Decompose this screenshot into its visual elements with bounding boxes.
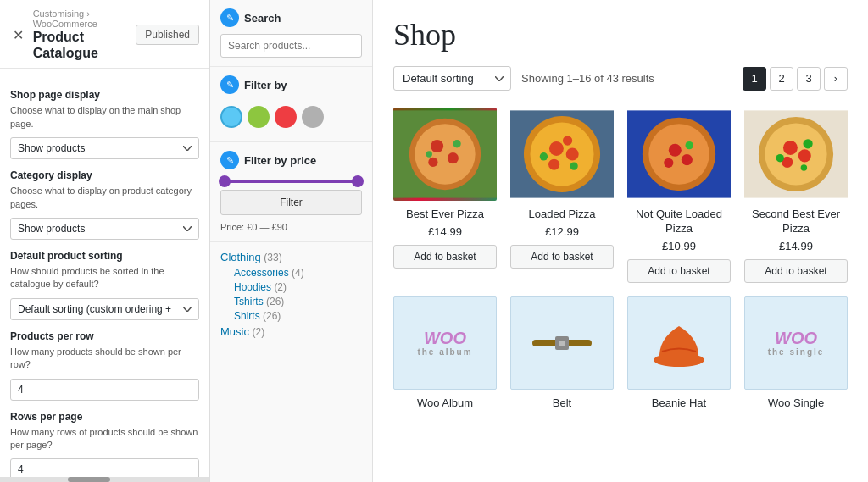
page-next-button[interactable]: › (824, 67, 848, 91)
product-name-belt: Belt (510, 396, 614, 411)
product-name-woo-album: Woo Album (393, 396, 497, 411)
swatch-cyan[interactable] (220, 106, 242, 128)
svg-point-16 (570, 162, 577, 169)
price-slider-track (220, 180, 362, 183)
product-price-loaded-pizza: £12.99 (510, 225, 614, 238)
products-per-row-title: Products per row (10, 330, 199, 342)
product-name-loaded-pizza: Loaded Pizza (510, 208, 614, 222)
products-per-row-input[interactable] (10, 379, 199, 401)
svg-point-23 (686, 141, 693, 149)
svg-point-11 (549, 141, 564, 156)
product-card-best-pizza: Best Ever Pizza £14.99 Add to basket (393, 108, 497, 283)
filter-by-icon: ✎ (220, 75, 239, 94)
subcategory-accessories[interactable]: Accessories (4) (220, 267, 362, 279)
rows-per-page-title: Rows per page (10, 411, 199, 423)
close-button[interactable]: ✕ (10, 25, 26, 45)
svg-point-31 (776, 154, 784, 162)
page-1-button[interactable]: 1 (743, 67, 766, 91)
category-clothing-count: (33) (264, 252, 281, 263)
product-card-loaded-pizza: Loaded Pizza £12.99 Add to basket (510, 108, 614, 283)
category-clothing-name: Clothing (220, 251, 261, 263)
search-products-input[interactable] (220, 34, 362, 58)
price-range-text: Price: £0 — £90 (220, 222, 287, 232)
search-widget-icon: ✎ (220, 8, 239, 27)
svg-point-2 (415, 124, 475, 184)
svg-point-3 (431, 140, 443, 152)
swatch-red[interactable] (275, 106, 297, 128)
svg-point-20 (669, 144, 682, 157)
svg-point-27 (783, 141, 798, 155)
category-display-select[interactable]: Show products Show subcategories Show su… (10, 218, 199, 240)
search-widget: ✎ Search (210, 0, 372, 67)
rows-per-page-input[interactable] (10, 458, 199, 477)
sort-select[interactable]: Default sorting Popularity Average ratin… (393, 66, 511, 91)
woo-album-image: WOO the album (417, 329, 472, 357)
search-widget-title: Search (244, 12, 281, 25)
shop-title: Shop (393, 17, 848, 53)
svg-point-7 (426, 151, 432, 158)
svg-point-28 (798, 149, 811, 162)
svg-point-15 (540, 152, 548, 160)
svg-point-6 (453, 140, 460, 147)
product-card-woo-single: WOO the single Woo Single (744, 296, 848, 418)
svg-point-4 (448, 152, 459, 163)
add-basket-loaded-pizza[interactable]: Add to basket (510, 245, 614, 269)
svg-point-30 (803, 139, 812, 148)
subcategory-tshirts[interactable]: Tshirts (26) (220, 296, 362, 307)
products-grid: Best Ever Pizza £14.99 Add to basket (393, 108, 848, 418)
page-title: Product Catalogue (33, 29, 130, 61)
default-sorting-title: Default product sorting (10, 250, 199, 262)
svg-point-5 (428, 158, 437, 167)
subcategory-hoodies[interactable]: Hoodies (2) (220, 281, 362, 293)
category-music[interactable]: Music (2) (220, 325, 362, 338)
filter-by-price-header: ✎ Filter by price (220, 151, 362, 169)
category-display-desc: Choose what to display on product catego… (10, 185, 199, 211)
rows-per-page-desc: How many rows of products should be show… (10, 426, 199, 452)
svg-point-13 (548, 159, 559, 170)
price-slider-thumb-left[interactable] (219, 175, 231, 187)
shop-display-select[interactable]: Show products Show categories Show categ… (10, 137, 199, 159)
filter-button[interactable]: Filter (220, 190, 362, 215)
svg-rect-35 (559, 341, 565, 346)
product-name-woo-single: Woo Single (744, 396, 848, 411)
product-name-best-pizza: Best Ever Pizza (393, 208, 497, 222)
breadcrumb: Customising › WooCommerce Product Catalo… (33, 8, 130, 61)
category-display-title: Category display (10, 169, 199, 181)
price-slider-fill (220, 180, 362, 183)
svg-point-22 (664, 158, 673, 168)
product-card-belt: Belt (510, 296, 614, 418)
svg-point-12 (566, 147, 579, 160)
svg-point-21 (682, 154, 693, 165)
category-music-name: Music (220, 325, 249, 338)
products-per-row-desc: How many products should be shown per ro… (10, 346, 199, 372)
product-name-second-pizza: Second Best Ever Pizza (744, 208, 848, 236)
price-slider-thumb-right[interactable] (352, 175, 364, 187)
subcategory-shirts[interactable]: Shirts (26) (220, 310, 362, 322)
product-price-second-pizza: £14.99 (744, 240, 848, 252)
left-customizer-panel: ✕ Customising › WooCommerce Product Cata… (0, 0, 210, 482)
page-2-button[interactable]: 2 (770, 67, 793, 91)
category-clothing[interactable]: Clothing (33) (220, 251, 362, 263)
default-sorting-desc: How should products be sorted in the cat… (10, 265, 199, 291)
page-3-button[interactable]: 3 (797, 67, 821, 91)
product-name-hat: Beanie Hat (627, 396, 731, 411)
swatch-green[interactable] (248, 106, 270, 128)
shop-display-title: Shop page display (10, 89, 199, 101)
filter-by-price-widget: ✎ Filter by price Filter Price: £0 — £90 (210, 142, 372, 242)
search-widget-header: ✎ Search (220, 8, 362, 27)
customizer-body: Shop page display Choose what to display… (0, 69, 209, 477)
product-card-hat: Beanie Hat (627, 296, 731, 418)
swatch-gray[interactable] (302, 106, 324, 128)
product-price-not-quite-pizza: £10.99 (627, 240, 731, 252)
add-basket-best-pizza[interactable]: Add to basket (393, 245, 497, 269)
svg-point-26 (765, 123, 826, 185)
add-basket-not-quite-pizza[interactable]: Add to basket (627, 259, 731, 283)
published-button[interactable]: Published (136, 25, 199, 45)
shop-display-desc: Choose what to display on the main shop … (10, 104, 199, 130)
shop-toolbar: Default sorting Popularity Average ratin… (393, 66, 848, 91)
widgets-panel: ✎ Search ✎ Filter by ✎ Filter by price F… (210, 0, 373, 482)
svg-point-10 (530, 122, 593, 186)
product-card-second-pizza: Second Best Ever Pizza £14.99 Add to bas… (744, 108, 848, 283)
add-basket-second-pizza[interactable]: Add to basket (744, 259, 848, 283)
default-sorting-select[interactable]: Default sorting (custom ordering + n Pop… (10, 298, 199, 320)
